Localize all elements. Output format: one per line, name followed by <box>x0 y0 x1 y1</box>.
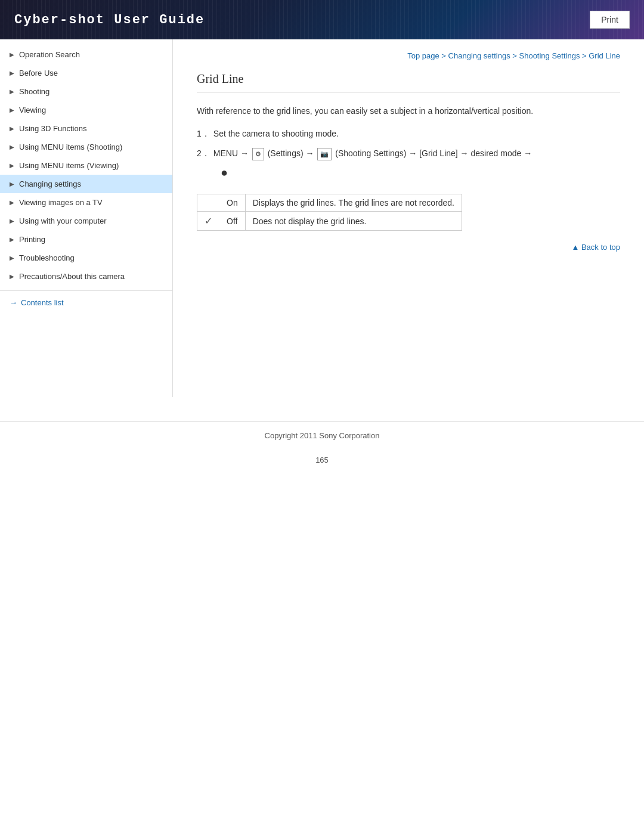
back-to-top: ▲ Back to top <box>197 243 620 252</box>
check-icon-1: ✓ <box>205 216 212 226</box>
settings-table: On Displays the grid lines. The grid lin… <box>197 194 462 231</box>
page-footer: Copyright 2011 Sony Corporation <box>0 421 644 450</box>
app-title: Cyber-shot User Guide <box>14 13 205 27</box>
sidebar-arrow-5: ▶ <box>10 144 14 150</box>
bullet-point: ● <box>221 163 620 182</box>
copyright: Copyright 2011 Sony Corporation <box>265 431 380 440</box>
page-number: 165 <box>0 450 644 470</box>
breadcrumb-sep-1: > <box>441 51 448 60</box>
main-content: Top page > Changing settings > Shooting … <box>173 39 644 264</box>
breadcrumb-sep-2: > <box>512 51 519 60</box>
sidebar-label-6: Using MENU items (Viewing) <box>19 161 119 170</box>
step-2-num: 2． <box>197 147 210 160</box>
sidebar-arrow-1: ▶ <box>10 70 14 76</box>
back-to-top-link[interactable]: ▲ Back to top <box>571 243 620 252</box>
sidebar-item-11[interactable]: ▶Troubleshooting <box>0 249 172 267</box>
sidebar-item-0[interactable]: ▶Operation Search <box>0 45 172 64</box>
sidebar-arrow-3: ▶ <box>10 107 14 113</box>
table-label-1: Off <box>219 212 245 231</box>
sidebar-label-8: Viewing images on a TV <box>19 198 103 207</box>
sidebar: ▶Operation Search▶Before Use▶Shooting▶Vi… <box>0 39 173 397</box>
sidebar-label-5: Using MENU items (Shooting) <box>19 143 122 151</box>
sidebar-arrow-8: ▶ <box>10 199 14 206</box>
sidebar-item-7[interactable]: ▶Changing settings <box>0 175 172 193</box>
step-2-text: MENU → ⚙ (Settings) → 📷 (Shooting Settin… <box>213 147 532 161</box>
sidebar-footer: → Contents list <box>0 290 172 314</box>
table-label-0: On <box>219 194 245 212</box>
shooting-settings-icon: 📷 <box>317 148 332 161</box>
sidebar-label-0: Operation Search <box>19 50 80 59</box>
table-row-0: On Displays the grid lines. The grid lin… <box>197 194 462 212</box>
sidebar-label-2: Shooting <box>19 87 49 96</box>
sidebar-arrow-9: ▶ <box>10 218 14 224</box>
page-header: Cyber-shot User Guide Print <box>0 0 644 39</box>
sidebar-arrow-0: ▶ <box>10 51 14 58</box>
back-to-top-label: ▲ Back to top <box>571 243 620 252</box>
sidebar-arrow-6: ▶ <box>10 162 14 169</box>
breadcrumb-shooting-settings[interactable]: Shooting Settings <box>519 51 580 60</box>
breadcrumb-sep-3: > <box>582 51 589 60</box>
sidebar-label-1: Before Use <box>19 69 58 78</box>
page-title: Grid Line <box>197 72 620 92</box>
sidebar-item-3[interactable]: ▶Viewing <box>0 101 172 119</box>
page-description: With reference to the grid lines, you ca… <box>197 104 620 117</box>
contents-list-link[interactable]: → Contents list <box>10 298 163 307</box>
sidebar-item-5[interactable]: ▶Using MENU items (Shooting) <box>0 138 172 156</box>
sidebar-arrow-12: ▶ <box>10 273 14 280</box>
sidebar-item-8[interactable]: ▶Viewing images on a TV <box>0 193 172 212</box>
contents-list-label: Contents list <box>21 298 64 307</box>
print-button[interactable]: Print <box>590 11 630 29</box>
sidebar-item-9[interactable]: ▶Using with your computer <box>0 212 172 230</box>
sidebar-arrow-2: ▶ <box>10 88 14 95</box>
sidebar-arrow-10: ▶ <box>10 236 14 243</box>
table-desc-0: Displays the grid lines. The grid lines … <box>245 194 462 212</box>
table-icon-1: ✓ <box>197 212 220 231</box>
sidebar-item-10[interactable]: ▶Printing <box>0 230 172 249</box>
step-1-text: Set the camera to shooting mode. <box>213 127 339 140</box>
sidebar-arrow-7: ▶ <box>10 181 14 187</box>
breadcrumb: Top page > Changing settings > Shooting … <box>197 51 620 60</box>
sidebar-label-12: Precautions/About this camera <box>19 272 125 281</box>
sidebar-label-9: Using with your computer <box>19 216 107 225</box>
arrow-right-icon: → <box>10 298 17 307</box>
step-1-num: 1． <box>197 127 210 140</box>
settings-icon: ⚙ <box>252 148 264 161</box>
breadcrumb-changing-settings[interactable]: Changing settings <box>448 51 510 60</box>
step-2: 2． MENU → ⚙ (Settings) → 📷 (Shooting Set… <box>197 147 620 182</box>
sidebar-label-11: Troubleshooting <box>19 253 75 262</box>
sidebar-arrow-4: ▶ <box>10 125 14 132</box>
sidebar-item-1[interactable]: ▶Before Use <box>0 64 172 82</box>
sidebar-item-4[interactable]: ▶Using 3D Functions <box>0 119 172 138</box>
table-row-1: ✓ Off Does not display the grid lines. <box>197 212 462 231</box>
breadcrumb-top-page[interactable]: Top page <box>407 51 439 60</box>
table-icon-0 <box>197 194 220 212</box>
table-desc-1: Does not display the grid lines. <box>245 212 462 231</box>
sidebar-label-4: Using 3D Functions <box>19 124 86 133</box>
page-layout: ▶Operation Search▶Before Use▶Shooting▶Vi… <box>0 39 644 397</box>
breadcrumb-current: Grid Line <box>589 51 620 60</box>
sidebar-arrow-11: ▶ <box>10 255 14 261</box>
sidebar-item-12[interactable]: ▶Precautions/About this camera <box>0 267 172 286</box>
sidebar-label-10: Printing <box>19 235 45 244</box>
step-1: 1． Set the camera to shooting mode. <box>197 127 620 140</box>
sidebar-label-3: Viewing <box>19 106 46 114</box>
sidebar-item-2[interactable]: ▶Shooting <box>0 82 172 101</box>
sidebar-label-7: Changing settings <box>19 179 81 188</box>
sidebar-item-6[interactable]: ▶Using MENU items (Viewing) <box>0 156 172 175</box>
